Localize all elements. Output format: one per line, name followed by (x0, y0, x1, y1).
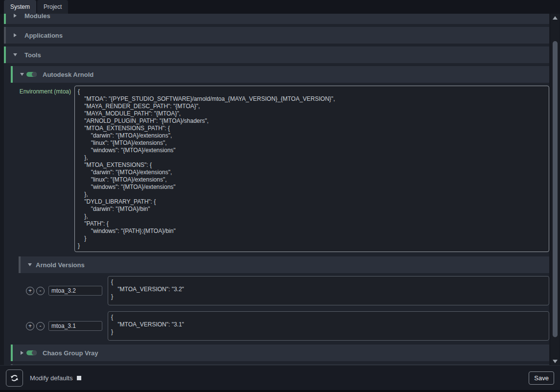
scroll-down-icon[interactable] (551, 357, 559, 365)
save-button[interactable]: Save (529, 371, 554, 385)
section-applications-title: Applications (24, 32, 63, 39)
expand-arrow-icon[interactable] (19, 73, 25, 76)
vray-enabled-toggle[interactable] (26, 350, 37, 355)
section-applications[interactable]: Applications (4, 27, 549, 44)
tab-project-label: Project (44, 3, 62, 10)
environment-json-textarea[interactable]: { "MTOA": "{PYPE_STUDIO_SOFTWARE}/arnold… (74, 86, 549, 252)
version-row-controls: + - (26, 286, 102, 296)
add-version-button[interactable]: + (26, 322, 34, 330)
version-key-input[interactable] (48, 321, 102, 331)
refresh-button[interactable] (6, 369, 23, 387)
version-row: + - { "MTOA_VERSION": "3.2" } (4, 276, 549, 305)
tab-bar: System Project (0, 0, 560, 14)
version-row: + - { "MTOA_VERSION": "3.1" } (4, 311, 549, 341)
environment-label: Environment (mtoa) (4, 86, 74, 252)
modify-defaults-checkbox[interactable] (77, 376, 81, 380)
section-modules[interactable]: Modules (4, 14, 549, 24)
tab-system-label: System (10, 3, 30, 10)
refresh-icon (10, 374, 19, 382)
modify-defaults-label: Modify defaults (30, 374, 72, 382)
tab-project[interactable]: Project (37, 0, 68, 14)
collapse-arrow-icon[interactable] (12, 14, 19, 18)
remove-version-button[interactable]: - (36, 322, 45, 330)
section-arnold-title: Autodesk Arnold (43, 71, 93, 78)
footer-bar: Modify defaults Save (0, 365, 560, 392)
vertical-scrollbar[interactable] (551, 14, 559, 365)
version-json-textarea[interactable]: { "MTOA_VERSION": "3.2" } (108, 276, 549, 305)
section-arnold-versions-title: Arnold Versions (36, 261, 85, 269)
settings-scroll-content: Modules Applications Tools Autodesk Arno… (4, 14, 549, 365)
section-chaos-group-vray[interactable]: Chaos Group Vray (11, 345, 549, 361)
section-arnold-versions[interactable]: Arnold Versions (19, 256, 549, 273)
scrollbar-thumb[interactable] (553, 41, 558, 337)
version-row-controls: + - (26, 321, 102, 331)
tab-system[interactable]: System (4, 0, 36, 14)
scrollbar-track[interactable] (551, 22, 559, 357)
add-version-button[interactable]: + (26, 287, 34, 295)
collapse-arrow-icon[interactable] (19, 351, 25, 355)
toggle-knob (32, 72, 37, 77)
expand-arrow-icon[interactable] (12, 53, 19, 56)
environment-row: Environment (mtoa) { "MTOA": "{PYPE_STUD… (4, 86, 549, 252)
remove-version-button[interactable]: - (36, 287, 45, 295)
collapse-arrow-icon[interactable] (12, 33, 19, 37)
section-tools-title: Tools (24, 51, 41, 59)
version-json-textarea[interactable]: { "MTOA_VERSION": "3.1" } (108, 311, 549, 341)
section-modules-title: Modules (24, 14, 50, 20)
section-tools[interactable]: Tools (4, 46, 549, 63)
version-key-input[interactable] (48, 286, 102, 296)
arnold-enabled-toggle[interactable] (26, 72, 37, 77)
section-vray-title: Chaos Group Vray (43, 349, 98, 357)
settings-viewport: Modules Applications Tools Autodesk Arno… (0, 14, 560, 365)
section-autodesk-arnold[interactable]: Autodesk Arnold (11, 66, 549, 83)
toggle-knob (32, 350, 37, 355)
expand-arrow-icon[interactable] (26, 263, 33, 266)
scroll-up-icon[interactable] (551, 14, 559, 22)
